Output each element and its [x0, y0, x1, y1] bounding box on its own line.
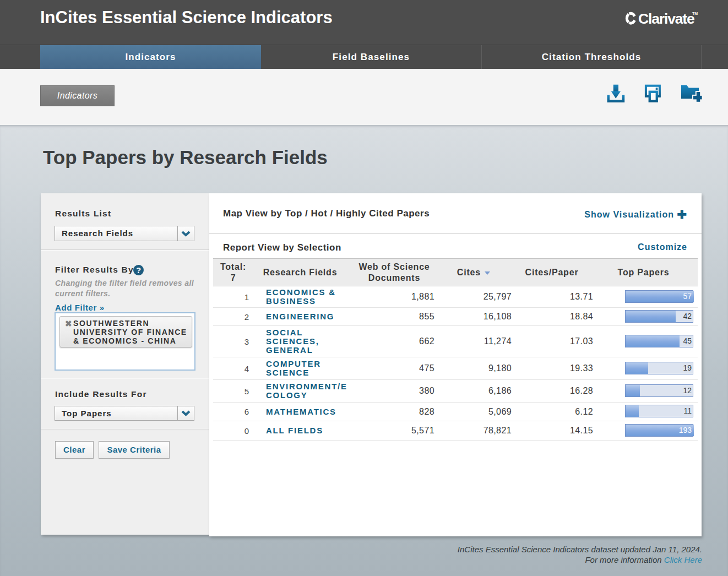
svg-text:Clarivate: Clarivate: [638, 10, 694, 27]
svg-text:TM: TM: [692, 12, 698, 15]
